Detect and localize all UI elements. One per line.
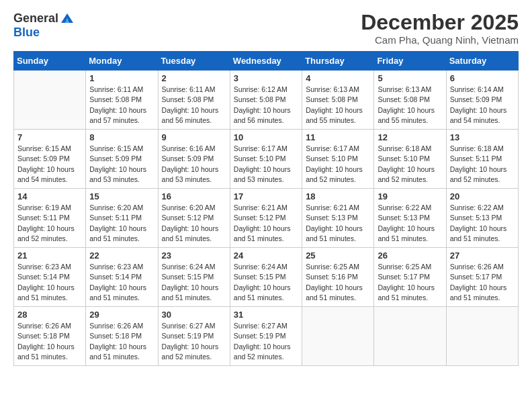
day-number: 14 xyxy=(17,191,82,201)
title-block: December 2025 Cam Pha, Quang Ninh, Vietn… xyxy=(361,11,519,46)
calendar-cell: 25Sunrise: 6:25 AMSunset: 5:16 PMDayligh… xyxy=(302,248,374,307)
header: General Blue December 2025 Cam Pha, Quan… xyxy=(13,11,519,46)
day-number: 22 xyxy=(89,250,154,261)
weekday-header-thursday: Thursday xyxy=(302,52,374,71)
calendar-cell: 26Sunrise: 6:25 AMSunset: 5:17 PMDayligh… xyxy=(374,248,446,307)
week-row-3: 14Sunrise: 6:19 AMSunset: 5:11 PMDayligh… xyxy=(14,189,519,248)
calendar-cell: 28Sunrise: 6:26 AMSunset: 5:18 PMDayligh… xyxy=(14,307,86,366)
day-info: Sunrise: 6:18 AMSunset: 5:11 PMDaylight:… xyxy=(450,144,515,185)
calendar-body: 1Sunrise: 6:11 AMSunset: 5:08 PMDaylight… xyxy=(14,71,519,366)
calendar-cell: 30Sunrise: 6:27 AMSunset: 5:19 PMDayligh… xyxy=(158,307,230,366)
calendar-cell: 21Sunrise: 6:23 AMSunset: 5:14 PMDayligh… xyxy=(14,248,86,307)
day-number: 30 xyxy=(162,310,226,320)
day-number: 6 xyxy=(450,73,515,83)
day-info: Sunrise: 6:13 AMSunset: 5:08 PMDaylight:… xyxy=(378,85,442,126)
day-info: Sunrise: 6:17 AMSunset: 5:10 PMDaylight:… xyxy=(234,144,298,185)
day-info: Sunrise: 6:22 AMSunset: 5:13 PMDaylight:… xyxy=(450,203,515,244)
day-info: Sunrise: 6:21 AMSunset: 5:12 PMDaylight:… xyxy=(234,203,298,244)
calendar-cell: 13Sunrise: 6:18 AMSunset: 5:11 PMDayligh… xyxy=(446,130,518,189)
day-number: 16 xyxy=(162,191,226,201)
calendar-cell xyxy=(446,307,518,366)
day-info: Sunrise: 6:19 AMSunset: 5:11 PMDaylight:… xyxy=(17,203,82,244)
weekday-header-friday: Friday xyxy=(374,52,446,71)
day-info: Sunrise: 6:13 AMSunset: 5:08 PMDaylight:… xyxy=(306,85,370,126)
calendar-cell: 16Sunrise: 6:20 AMSunset: 5:12 PMDayligh… xyxy=(158,189,230,248)
calendar-cell: 19Sunrise: 6:22 AMSunset: 5:13 PMDayligh… xyxy=(374,189,446,248)
day-info: Sunrise: 6:27 AMSunset: 5:19 PMDaylight:… xyxy=(162,321,226,362)
day-info: Sunrise: 6:26 AMSunset: 5:17 PMDaylight:… xyxy=(450,262,515,303)
day-info: Sunrise: 6:14 AMSunset: 5:09 PMDaylight:… xyxy=(450,85,515,126)
day-number: 24 xyxy=(234,250,298,261)
day-info: Sunrise: 6:21 AMSunset: 5:13 PMDaylight:… xyxy=(306,203,370,244)
day-info: Sunrise: 6:16 AMSunset: 5:09 PMDaylight:… xyxy=(162,144,226,185)
day-number: 13 xyxy=(450,132,515,142)
day-info: Sunrise: 6:12 AMSunset: 5:08 PMDaylight:… xyxy=(234,85,298,126)
day-info: Sunrise: 6:15 AMSunset: 5:09 PMDaylight:… xyxy=(89,144,154,185)
weekday-header-sunday: Sunday xyxy=(14,52,86,71)
day-info: Sunrise: 6:20 AMSunset: 5:11 PMDaylight:… xyxy=(89,203,154,244)
calendar-cell: 6Sunrise: 6:14 AMSunset: 5:09 PMDaylight… xyxy=(446,71,518,130)
calendar-cell: 5Sunrise: 6:13 AMSunset: 5:08 PMDaylight… xyxy=(374,71,446,130)
day-number: 18 xyxy=(306,191,370,201)
day-info: Sunrise: 6:26 AMSunset: 5:18 PMDaylight:… xyxy=(89,321,154,362)
calendar-cell: 31Sunrise: 6:27 AMSunset: 5:19 PMDayligh… xyxy=(230,307,302,366)
calendar-cell: 17Sunrise: 6:21 AMSunset: 5:12 PMDayligh… xyxy=(230,189,302,248)
weekday-header-tuesday: Tuesday xyxy=(158,52,230,71)
day-number: 31 xyxy=(234,310,298,320)
day-info: Sunrise: 6:20 AMSunset: 5:12 PMDaylight:… xyxy=(162,203,226,244)
calendar-cell: 12Sunrise: 6:18 AMSunset: 5:10 PMDayligh… xyxy=(374,130,446,189)
calendar-cell: 3Sunrise: 6:12 AMSunset: 5:08 PMDaylight… xyxy=(230,71,302,130)
logo-general-text: General xyxy=(13,11,58,26)
day-number: 20 xyxy=(450,191,515,201)
day-number: 26 xyxy=(378,250,442,261)
weekday-header-row: SundayMondayTuesdayWednesdayThursdayFrid… xyxy=(14,52,519,71)
calendar-cell: 7Sunrise: 6:15 AMSunset: 5:09 PMDaylight… xyxy=(14,130,86,189)
day-info: Sunrise: 6:26 AMSunset: 5:18 PMDaylight:… xyxy=(17,321,82,362)
calendar: SundayMondayTuesdayWednesdayThursdayFrid… xyxy=(13,51,519,366)
calendar-cell: 20Sunrise: 6:22 AMSunset: 5:13 PMDayligh… xyxy=(446,189,518,248)
calendar-cell: 22Sunrise: 6:23 AMSunset: 5:14 PMDayligh… xyxy=(86,248,158,307)
day-info: Sunrise: 6:23 AMSunset: 5:14 PMDaylight:… xyxy=(89,262,154,303)
day-number: 27 xyxy=(450,250,515,261)
day-number: 10 xyxy=(234,132,298,142)
week-row-2: 7Sunrise: 6:15 AMSunset: 5:09 PMDaylight… xyxy=(14,130,519,189)
day-number: 1 xyxy=(89,73,154,83)
calendar-cell: 27Sunrise: 6:26 AMSunset: 5:17 PMDayligh… xyxy=(446,248,518,307)
day-number: 2 xyxy=(162,73,226,83)
day-info: Sunrise: 6:23 AMSunset: 5:14 PMDaylight:… xyxy=(17,262,82,303)
week-row-5: 28Sunrise: 6:26 AMSunset: 5:18 PMDayligh… xyxy=(14,307,519,366)
calendar-cell: 1Sunrise: 6:11 AMSunset: 5:08 PMDaylight… xyxy=(86,71,158,130)
day-number: 7 xyxy=(17,132,82,142)
day-number: 11 xyxy=(306,132,370,142)
calendar-cell xyxy=(374,307,446,366)
day-info: Sunrise: 6:24 AMSunset: 5:15 PMDaylight:… xyxy=(162,262,226,303)
day-info: Sunrise: 6:15 AMSunset: 5:09 PMDaylight:… xyxy=(17,144,82,185)
day-number: 25 xyxy=(306,250,370,261)
day-info: Sunrise: 6:17 AMSunset: 5:10 PMDaylight:… xyxy=(306,144,370,185)
calendar-cell xyxy=(14,71,86,130)
calendar-cell: 9Sunrise: 6:16 AMSunset: 5:09 PMDaylight… xyxy=(158,130,230,189)
logo-icon xyxy=(60,11,75,26)
day-number: 21 xyxy=(17,250,82,261)
day-info: Sunrise: 6:27 AMSunset: 5:19 PMDaylight:… xyxy=(234,321,298,362)
weekday-header-saturday: Saturday xyxy=(446,52,518,71)
day-number: 28 xyxy=(17,310,82,320)
day-number: 12 xyxy=(378,132,442,142)
weekday-header-wednesday: Wednesday xyxy=(230,52,302,71)
calendar-cell: 14Sunrise: 6:19 AMSunset: 5:11 PMDayligh… xyxy=(14,189,86,248)
day-number: 5 xyxy=(378,73,442,83)
day-number: 23 xyxy=(162,250,226,261)
page: General Blue December 2025 Cam Pha, Quan… xyxy=(0,0,532,377)
weekday-header-monday: Monday xyxy=(86,52,158,71)
calendar-cell: 2Sunrise: 6:11 AMSunset: 5:08 PMDaylight… xyxy=(158,71,230,130)
calendar-cell: 29Sunrise: 6:26 AMSunset: 5:18 PMDayligh… xyxy=(86,307,158,366)
calendar-cell: 15Sunrise: 6:20 AMSunset: 5:11 PMDayligh… xyxy=(86,189,158,248)
day-number: 17 xyxy=(234,191,298,201)
calendar-cell: 23Sunrise: 6:24 AMSunset: 5:15 PMDayligh… xyxy=(158,248,230,307)
day-info: Sunrise: 6:18 AMSunset: 5:10 PMDaylight:… xyxy=(378,144,442,185)
calendar-cell: 10Sunrise: 6:17 AMSunset: 5:10 PMDayligh… xyxy=(230,130,302,189)
day-info: Sunrise: 6:22 AMSunset: 5:13 PMDaylight:… xyxy=(378,203,442,244)
day-number: 29 xyxy=(89,310,154,320)
month-title: December 2025 xyxy=(361,11,519,34)
day-info: Sunrise: 6:11 AMSunset: 5:08 PMDaylight:… xyxy=(162,85,226,126)
